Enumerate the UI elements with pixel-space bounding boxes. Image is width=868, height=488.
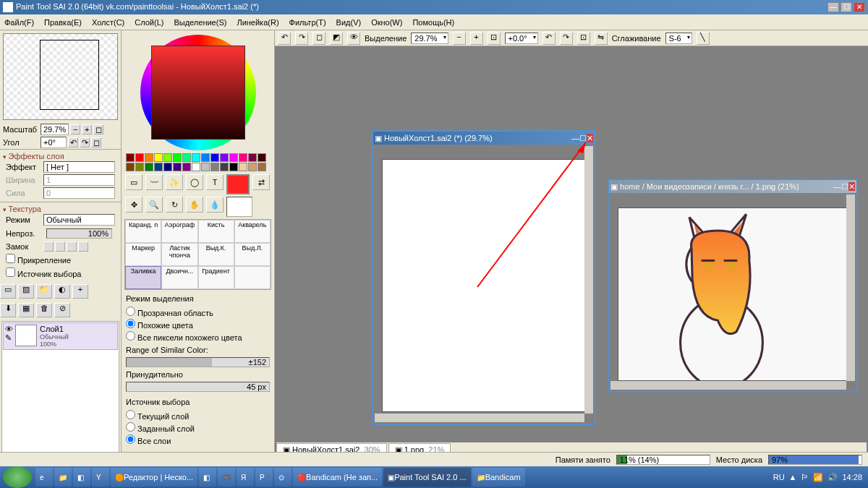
clock[interactable]: 14:28 (842, 473, 862, 481)
swatch[interactable] (210, 163, 219, 171)
zoom-in-button[interactable]: + (82, 124, 92, 134)
tray-flag-icon[interactable]: 🏳 (801, 473, 809, 481)
task-b[interactable]: 🎮 (218, 468, 235, 487)
quick-ya-icon[interactable]: Y (92, 468, 109, 487)
pencil-icon[interactable]: ✎ (5, 333, 12, 342)
marquee-tool[interactable]: ▭ (125, 174, 142, 190)
brush-8[interactable]: Заливка (125, 266, 161, 289)
doc1-hscroll[interactable] (375, 414, 584, 422)
shape-tool[interactable]: ◯ (186, 174, 203, 190)
clear-layer-button[interactable]: ⊘ (54, 303, 70, 317)
brush-5[interactable]: Ластик чпонча (161, 243, 197, 266)
zoom-tool[interactable]: 🔍 (145, 197, 163, 213)
rot-reset-icon[interactable]: ⊡ (577, 32, 590, 45)
swatch[interactable] (173, 153, 182, 162)
tray-icon[interactable]: ▲ (789, 473, 797, 481)
swatch[interactable] (239, 153, 247, 162)
swatch[interactable] (220, 153, 229, 162)
foreground-color[interactable] (226, 174, 250, 194)
layer-effects-header[interactable]: Эффекты слоя (3, 152, 118, 160)
menu-help[interactable]: Помощь(H) (412, 18, 454, 27)
swatch[interactable] (145, 153, 153, 162)
menu-layer[interactable]: Слой(L) (135, 18, 163, 27)
source-all[interactable]: Все слои (126, 434, 270, 446)
source-checkbox[interactable]: Источник выбора (3, 266, 118, 280)
rotate-cw-button[interactable]: ↷ (80, 137, 90, 147)
tray-vol-icon[interactable]: 🔊 (827, 473, 838, 482)
menu-view[interactable]: Вид(V) (336, 18, 362, 27)
swatch[interactable] (182, 153, 191, 162)
brush-1[interactable]: Аэрограф (161, 220, 197, 243)
swatch[interactable] (258, 153, 266, 162)
brush-3[interactable]: Акварель (234, 220, 271, 243)
swatch[interactable] (173, 163, 182, 171)
angle-value[interactable]: +0° (41, 137, 67, 148)
zoom-out-icon[interactable]: − (453, 32, 466, 45)
scale-value[interactable]: 29.7% (41, 124, 69, 135)
swatch[interactable] (220, 163, 229, 171)
brush-4[interactable]: Маркер (125, 243, 161, 266)
flatten-button[interactable]: ▦ (18, 303, 34, 317)
menu-edit[interactable]: Правка(E) (44, 18, 82, 27)
rotation-combo[interactable]: +0.0° (505, 33, 538, 44)
selmode-transparent[interactable]: Прозрачная область (126, 306, 270, 318)
swatch[interactable] (239, 163, 247, 171)
doc2-hscroll[interactable] (610, 381, 846, 390)
doc2-max[interactable]: ☐ (841, 182, 848, 191)
new-folder-button[interactable]: 📁 (36, 284, 52, 299)
rotate-tool[interactable]: ↻ (166, 197, 183, 213)
menu-canvas[interactable]: Холст(C) (92, 18, 124, 27)
menu-selection[interactable]: Выделение(S) (174, 18, 226, 27)
swap-colors-icon[interactable]: ⇄ (252, 174, 270, 190)
swatch[interactable] (154, 163, 163, 171)
swatch[interactable] (192, 153, 200, 162)
delete-layer-button[interactable]: 🗑 (36, 303, 52, 317)
tray-net-icon[interactable]: 📶 (813, 473, 823, 482)
lock-all-button[interactable] (78, 241, 88, 252)
swatch[interactable] (229, 163, 238, 171)
swatch[interactable] (126, 153, 135, 162)
source-target[interactable]: Заданный слой (126, 421, 270, 434)
deselect-button[interactable]: ◻ (312, 32, 326, 45)
invert-button[interactable]: ◩ (330, 32, 343, 45)
task-bandicam-folder[interactable]: 📁 Bandicam (472, 468, 525, 487)
swatch[interactable] (192, 163, 200, 171)
wand-tool[interactable]: ✨ (166, 174, 183, 190)
task-bandicam-rec[interactable]: 🔴 Bandicam (Не зап... (293, 468, 382, 487)
flip-h-icon[interactable]: ⇋ (595, 32, 608, 45)
merge-down-button[interactable]: ⬇ (0, 303, 16, 317)
smoothing-combo[interactable]: S-6 (665, 33, 692, 44)
pin-checkbox[interactable]: Прикрепление (3, 252, 118, 266)
color-wheel[interactable] (140, 35, 256, 150)
menu-window[interactable]: Окно(W) (371, 18, 402, 27)
task-editor[interactable]: 🟠 Редактор | Неско... (111, 468, 197, 487)
text-tool[interactable]: T (206, 174, 224, 190)
lock-move-button[interactable] (67, 241, 77, 252)
brush-9[interactable]: Двоичн... (161, 266, 197, 289)
move-tool[interactable]: ✥ (125, 197, 142, 213)
brush-0[interactable]: Каранд. n (125, 220, 161, 243)
task-c[interactable]: Я (237, 468, 254, 487)
swatch[interactable] (248, 163, 257, 171)
task-sai[interactable]: ▣ Paint Tool SAI 2.0 ... (383, 468, 470, 487)
swatch[interactable] (163, 153, 172, 162)
new-mask-button[interactable]: ◐ (54, 284, 70, 299)
swatch[interactable] (126, 163, 135, 171)
swatch[interactable] (258, 163, 266, 171)
menu-file[interactable]: Файл(F) (4, 18, 34, 27)
maximize-button[interactable]: ☐ (841, 2, 852, 12)
lang-indicator[interactable]: RU (773, 473, 785, 481)
eyedropper-tool[interactable]: 💧 (206, 197, 224, 213)
quick-ie-icon[interactable]: e (35, 468, 53, 487)
zoom-out-button[interactable]: − (70, 124, 80, 134)
hand-tool[interactable]: ✋ (186, 197, 203, 213)
lasso-tool[interactable]: 〰 (145, 174, 163, 190)
doc2-canvas[interactable] (618, 207, 848, 381)
task-d[interactable]: P (255, 468, 273, 487)
menu-filter[interactable]: Фильтр(T) (289, 18, 326, 27)
rot-ccw-icon[interactable]: ↶ (542, 32, 556, 45)
start-button[interactable] (3, 466, 32, 488)
navigator[interactable] (3, 33, 118, 120)
swatch[interactable] (248, 153, 257, 162)
brush-10[interactable]: Градиент (198, 266, 234, 289)
